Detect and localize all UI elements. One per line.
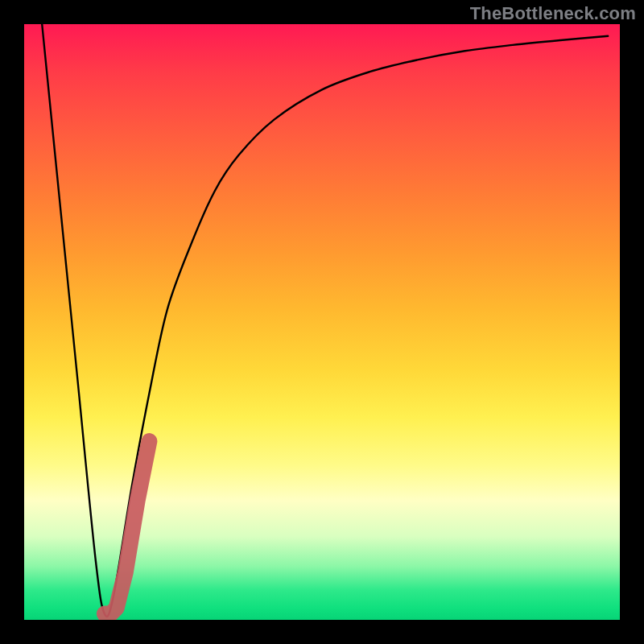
chart-frame: TheBottleneck.com (0, 0, 644, 644)
watermark-text: TheBottleneck.com (470, 3, 636, 24)
marker-stroke (105, 441, 150, 614)
chart-svg (24, 24, 620, 620)
plot-area (24, 24, 620, 620)
